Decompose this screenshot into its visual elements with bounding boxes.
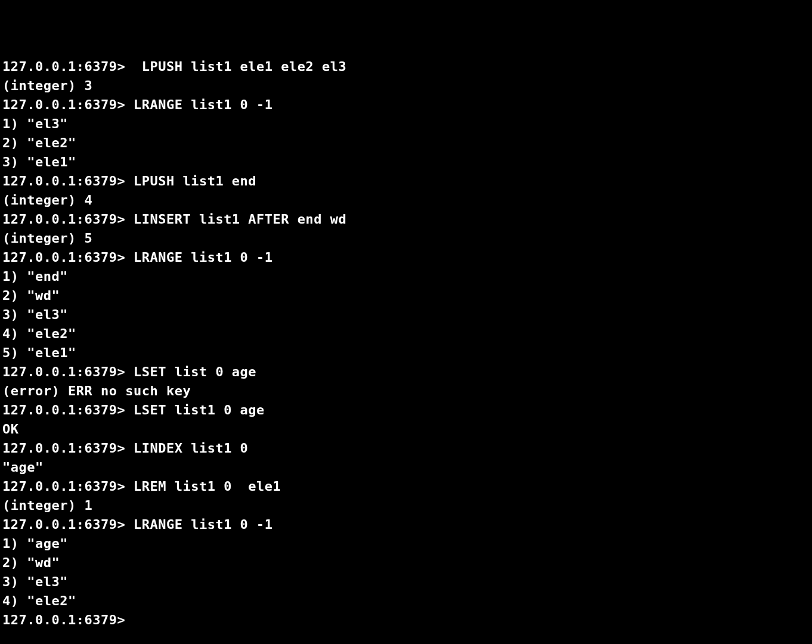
terminal-line: 127.0.0.1:6379> LSET list1 0 age [2,401,810,420]
output-text: OK [2,422,19,436]
prompt: 127.0.0.1:6379> [2,97,125,112]
output-text: 3) "el3" [2,307,68,322]
command-text: LRANGE list1 0 -1 [125,250,272,265]
output-text: 2) "wd" [2,288,60,303]
output-text: 2) "wd" [2,555,60,570]
output-text: 4) "ele2" [2,326,76,341]
terminal-line: 127.0.0.1:6379> LREM list1 0 ele1 [2,477,810,496]
terminal-line: 3) "el3" [2,305,810,324]
terminal-line: 5) "ele1" [2,343,810,363]
output-text: (integer) 3 [2,78,92,93]
output-text: (integer) 1 [2,498,92,513]
output-text: 5) "ele1" [2,345,76,360]
output-text: 1) "end" [2,269,68,284]
output-text: 2) "ele2" [2,135,76,150]
prompt: 127.0.0.1:6379> [2,250,125,265]
terminal-line: 2) "ele2" [2,134,810,153]
terminal-line: 127.0.0.1:6379> [2,611,810,630]
output-text: (error) ERR no such key [2,383,191,398]
command-text: LRANGE list1 0 -1 [125,517,272,532]
command-text: LPUSH list1 ele1 ele2 el3 [125,59,346,74]
prompt: 127.0.0.1:6379> [2,402,125,417]
terminal-line: "age" [2,458,810,477]
terminal-line: 1) "el3" [2,114,810,134]
output-text: (integer) 5 [2,231,92,246]
terminal-line: 2) "wd" [2,286,810,305]
prompt: 127.0.0.1:6379> [2,212,125,227]
terminal-line: 4) "ele2" [2,592,810,611]
prompt: 127.0.0.1:6379> [2,441,125,456]
prompt: 127.0.0.1:6379> [2,612,125,627]
terminal-line: 127.0.0.1:6379> LSET list 0 age [2,363,810,382]
output-text: 3) "el3" [2,574,68,589]
output-text: (integer) 4 [2,193,92,208]
terminal-line: 127.0.0.1:6379> LRANGE list1 0 -1 [2,95,810,114]
prompt: 127.0.0.1:6379> [2,364,125,379]
terminal-window[interactable]: 127.0.0.1:6379> LPUSH list1 ele1 ele2 el… [2,57,810,630]
terminal-line: 3) "el3" [2,572,810,592]
prompt: 127.0.0.1:6379> [2,517,125,532]
output-text: 4) "ele2" [2,593,76,608]
command-text: LINSERT list1 AFTER end wd [125,212,346,227]
terminal-line: 127.0.0.1:6379> LINDEX list1 0 [2,439,810,458]
terminal-line: (integer) 3 [2,76,810,95]
terminal-line: 127.0.0.1:6379> LINSERT list1 AFTER end … [2,210,810,229]
command-text: LSET list 0 age [125,364,256,379]
terminal-line: 4) "ele2" [2,324,810,343]
terminal-line: 1) "age" [2,534,810,553]
terminal-line: 127.0.0.1:6379> LPUSH list1 end [2,172,810,191]
terminal-line: (integer) 5 [2,229,810,248]
terminal-line: 2) "wd" [2,553,810,572]
terminal-line: 127.0.0.1:6379> LRANGE list1 0 -1 [2,248,810,267]
terminal-line: (integer) 4 [2,191,810,210]
terminal-line: OK [2,420,810,439]
prompt: 127.0.0.1:6379> [2,479,125,494]
command-text: LREM list1 0 ele1 [125,479,281,494]
terminal-line: (error) ERR no such key [2,382,810,401]
output-text: 1) "el3" [2,116,68,131]
command-text [125,612,134,627]
prompt: 127.0.0.1:6379> [2,174,125,188]
command-text: LPUSH list1 end [125,174,256,188]
output-text: "age" [2,460,44,475]
output-text: 3) "ele1" [2,154,76,169]
command-text: LRANGE list1 0 -1 [125,97,272,112]
command-text: LSET list1 0 age [125,402,265,417]
command-text: LINDEX list1 0 [125,441,248,456]
output-text: 1) "age" [2,536,68,551]
terminal-line: 127.0.0.1:6379> LRANGE list1 0 -1 [2,515,810,534]
terminal-line: 3) "ele1" [2,153,810,172]
terminal-line: 1) "end" [2,267,810,286]
terminal-line: (integer) 1 [2,496,810,515]
terminal-line: 127.0.0.1:6379> LPUSH list1 ele1 ele2 el… [2,57,810,76]
prompt: 127.0.0.1:6379> [2,59,125,74]
